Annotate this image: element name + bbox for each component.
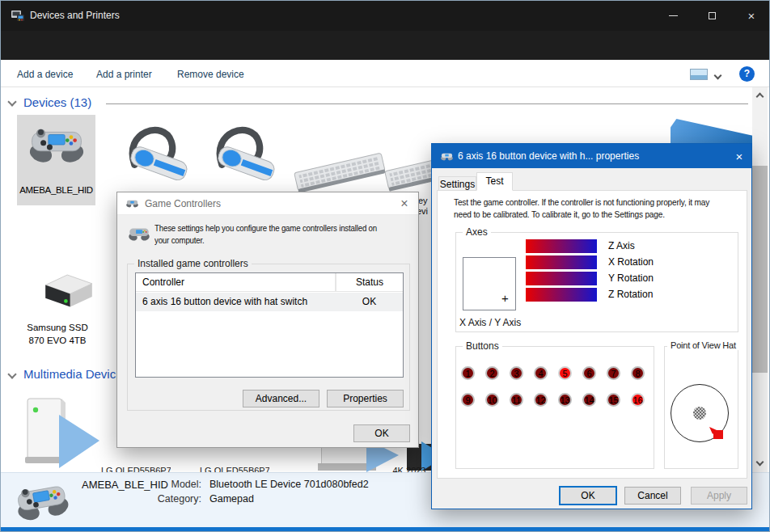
- gamepad-icon: [125, 198, 139, 209]
- vertical-scrollbar[interactable]: [752, 87, 768, 472]
- pov-group-label: Point of View Hat: [667, 340, 739, 350]
- scroll-up-icon[interactable]: [756, 93, 764, 101]
- joy-button-8: 8: [631, 366, 645, 380]
- devices-and-printers-window: Devices and Printers × ← → ↑ « All Contr…: [0, 0, 770, 532]
- joy-button-13: 13: [558, 393, 572, 407]
- devices-section-line: [106, 103, 748, 104]
- axis-bar-y-rotation: [526, 272, 597, 285]
- gc-description-line2: your computer.: [154, 235, 205, 245]
- properties-button[interactable]: Properties: [327, 390, 404, 407]
- headset-icon[interactable]: [112, 119, 193, 193]
- joy-button-14: 14: [582, 393, 596, 407]
- joy-button-2: 2: [485, 366, 499, 380]
- buttons-group: Buttons 12345678910111213141516: [455, 346, 654, 469]
- xy-axis-label: X Axis / Y Axis: [459, 317, 521, 328]
- pov-center-dot-icon: [693, 407, 706, 420]
- gc-description-line1: These settings help you configure the ga…: [154, 223, 377, 233]
- maximize-button[interactable]: [696, 1, 729, 31]
- minimize-icon: [669, 15, 678, 16]
- pov-direction-indicator: [713, 430, 723, 439]
- scroll-down-icon[interactable]: [756, 458, 764, 467]
- clipped-device-label: 4K 2023: [387, 466, 431, 472]
- joy-button-1: 1: [461, 366, 475, 380]
- gamepad-icon: [25, 121, 88, 168]
- joy-button-3: 3: [510, 366, 523, 380]
- details-model-label: Model:: [146, 479, 201, 490]
- gc-dialog-titlebar: Game Controllers ×: [117, 192, 418, 215]
- axis-bar-x-rotation: [526, 255, 597, 269]
- devices-section-chevron-icon[interactable]: [7, 97, 16, 106]
- window-title: Devices and Printers: [30, 10, 120, 21]
- joy-button-11: 11: [510, 393, 523, 407]
- help-button[interactable]: ?: [739, 66, 755, 82]
- tab-settings[interactable]: Settings: [438, 176, 476, 191]
- axis-label: Z Rotation: [608, 288, 653, 302]
- window-accent-strip: [1, 527, 770, 532]
- ssd-label-line1: Samsung SSD: [9, 323, 106, 332]
- maximize-icon: [709, 12, 716, 19]
- headset-icon[interactable]: [200, 119, 281, 193]
- axis-label: Z Axis: [608, 239, 635, 253]
- clipped-device-label: LG OLED55B6P7: [101, 466, 171, 472]
- ssd-drive-icon[interactable]: [40, 264, 98, 315]
- device-label-ameba: AMEBA_BLE_HID: [17, 185, 95, 195]
- axis-label: Y Rotation: [608, 272, 654, 285]
- close-button[interactable]: ×: [735, 1, 768, 31]
- pov-hat-group: Point of View Hat: [664, 346, 738, 469]
- joy-button-16: 16: [631, 393, 645, 407]
- gamepad-icon: [127, 225, 151, 243]
- gc-close-icon[interactable]: ×: [392, 196, 417, 211]
- controller-cell: 6 axis 16 button device with hat switch: [142, 293, 307, 311]
- props-dialog-title: 6 axis 16 button device with h... proper…: [458, 150, 639, 162]
- ssd-label-line2: 870 EVO 4TB: [9, 336, 106, 345]
- column-header-status[interactable]: Status: [336, 273, 403, 292]
- table-row[interactable]: 6 axis 16 button device with hat switch …: [136, 293, 403, 311]
- multimedia-section-chevron-icon[interactable]: [7, 369, 16, 378]
- minimize-button[interactable]: [658, 1, 690, 31]
- joy-button-4: 4: [534, 366, 548, 380]
- view-options-chevron-icon[interactable]: [714, 72, 722, 80]
- keyboard-label-fragment: ey: [418, 196, 428, 205]
- app-icon: [11, 9, 25, 22]
- column-header-controller[interactable]: Controller: [142, 273, 184, 292]
- devices-section-header[interactable]: Devices (13): [23, 95, 91, 109]
- add-device-button[interactable]: Add a device: [17, 69, 73, 80]
- tab-test[interactable]: Test: [476, 172, 513, 191]
- joy-button-6: 6: [582, 366, 596, 380]
- clipped-device-label: LG OLED55B6P7: [200, 466, 269, 472]
- props-cancel-button[interactable]: Cancel: [624, 487, 681, 505]
- props-apply-button[interactable]: Apply: [691, 487, 747, 505]
- test-tab-page: Test the game controller. If the control…: [437, 190, 747, 479]
- installed-controllers-label: Installed game controllers: [134, 258, 252, 269]
- joy-button-7: 7: [607, 366, 620, 380]
- details-category-value: Gamepad: [209, 493, 254, 505]
- advanced-button[interactable]: Advanced...: [243, 390, 319, 407]
- view-options-icon[interactable]: [690, 69, 708, 80]
- gc-ok-button[interactable]: OK: [353, 424, 410, 442]
- keyboard-icon[interactable]: [292, 151, 387, 193]
- device-tile-ameba[interactable]: AMEBA_BLE_HID: [17, 115, 95, 205]
- test-description-line1: Test the game controller. If the control…: [454, 197, 709, 207]
- add-printer-button[interactable]: Add a printer: [96, 69, 152, 80]
- gamepad-icon: [440, 151, 454, 162]
- remove-device-button[interactable]: Remove device: [177, 69, 244, 80]
- monitor-icon[interactable]: [671, 119, 755, 143]
- axis-bar-z-axis: [526, 239, 597, 253]
- props-dialog-titlebar: 6 axis 16 button device with h... proper…: [432, 144, 751, 168]
- joy-button-9: 9: [461, 393, 475, 407]
- details-model-value: Bluetooth LE Device 701d080bfed2: [209, 479, 369, 490]
- joy-button-12: 12: [534, 393, 548, 407]
- scrollbar-thumb[interactable]: [752, 166, 768, 373]
- game-controllers-dialog: Game Controllers × These settings help y…: [116, 192, 419, 448]
- gc-dialog-title: Game Controllers: [145, 198, 221, 209]
- controllers-table: Controller Status 6 axis 16 button devic…: [135, 272, 404, 378]
- props-close-icon[interactable]: ×: [728, 150, 751, 163]
- axes-group: Axes + Z AxisX RotationY RotationZ Rotat…: [455, 232, 738, 332]
- props-ok-button[interactable]: OK: [560, 487, 616, 505]
- multimedia-section-header[interactable]: Multimedia Devic: [23, 367, 116, 381]
- controller-properties-dialog: 6 axis 16 button device with h... proper…: [431, 143, 752, 509]
- joy-button-15: 15: [607, 393, 620, 407]
- status-cell: OK: [336, 293, 403, 311]
- navigation-bar: ← → ↑ « All Control Panel Items › Device…: [1, 31, 770, 60]
- joy-button-10: 10: [485, 393, 499, 407]
